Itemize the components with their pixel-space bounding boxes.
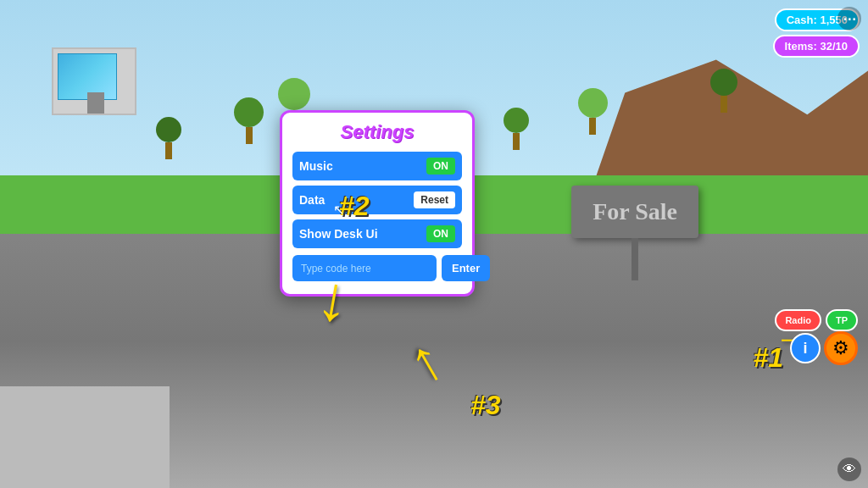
settings-title: Settings [292, 121, 462, 143]
settings-panel: Settings Music ON Data Reset Show Desk U… [280, 110, 475, 297]
showdesk-toggle[interactable]: ON [426, 225, 455, 242]
enter-button[interactable]: Enter [442, 255, 490, 281]
tree-5-trunk [589, 118, 596, 135]
eye-icon-button[interactable]: 👁 [837, 458, 861, 481]
tree-2-trunk [246, 127, 253, 144]
annotation-num2: #2 [339, 191, 370, 222]
for-sale-text: For Sale [571, 186, 698, 238]
showdesk-label: Show Desk Ui [299, 227, 426, 241]
building-body [52, 47, 136, 115]
for-sale-post [632, 238, 638, 280]
items-display: Items: 32/10 [773, 35, 860, 58]
tree-1-trunk [165, 142, 172, 159]
building-door [87, 92, 104, 114]
tree-1 [156, 117, 181, 159]
music-label: Music [299, 159, 426, 173]
annotation-num3: #3 [470, 390, 501, 421]
tree-1-top [156, 117, 181, 142]
music-toggle[interactable]: ON [426, 158, 455, 175]
radio-button[interactable]: Radio [775, 309, 821, 331]
data-row: Data Reset [292, 186, 462, 214]
tree-3-top [278, 78, 310, 110]
annotation-num1: #1 [753, 342, 783, 374]
data-reset-button[interactable]: Reset [414, 191, 455, 208]
info-circle-button[interactable]: i [790, 333, 821, 363]
tree-2-top [234, 97, 264, 127]
action-buttons: Radio TP [775, 309, 858, 331]
sidewalk-left [0, 386, 170, 488]
tree-4-top [504, 108, 529, 133]
tree-2 [234, 97, 264, 144]
building [43, 39, 145, 115]
eye-icon: 👁 [843, 462, 856, 477]
tree-4 [504, 108, 529, 150]
tree-4-trunk [513, 133, 520, 150]
showdesk-row: Show Desk Ui ON [292, 219, 462, 248]
for-sale-sign: For Sale [571, 186, 698, 280]
tree-6-top [710, 69, 737, 96]
tree-5 [578, 88, 608, 135]
code-input[interactable] [292, 255, 437, 281]
dots-menu-button[interactable]: ⋯ [837, 7, 861, 30]
music-row: Music ON [292, 152, 462, 180]
gear-button[interactable]: ⚙ [824, 331, 858, 365]
tree-5-top [578, 88, 608, 118]
gear-row: i ⚙ [790, 331, 858, 365]
gear-icon: ⚙ [832, 337, 849, 359]
tree-6 [710, 69, 737, 113]
code-row: Enter [292, 255, 462, 281]
tp-button[interactable]: TP [826, 309, 858, 331]
tree-6-trunk [721, 96, 727, 113]
